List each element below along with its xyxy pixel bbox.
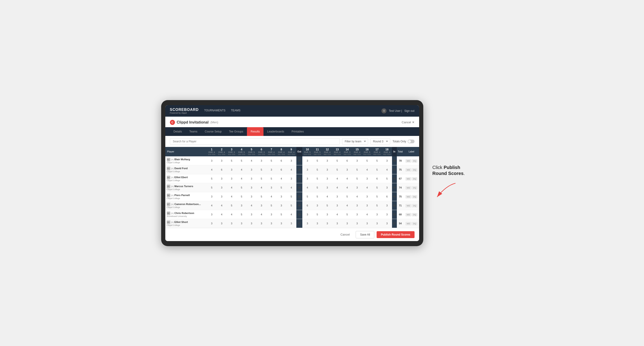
tab-printables[interactable]: Printables (288, 127, 308, 136)
score-hole-7[interactable]: 3 (266, 183, 276, 192)
score-hole-16[interactable]: 5 (362, 156, 372, 165)
score-hole-18[interactable]: 4 (382, 165, 392, 174)
dq-badge[interactable]: DQ (412, 195, 418, 198)
score-hole-8[interactable]: 3 (276, 219, 286, 228)
score-hole-14[interactable]: 3 (342, 219, 352, 228)
score-hole-15[interactable]: 5 (352, 174, 362, 183)
nav-tournaments[interactable]: TOURNAMENTS (204, 109, 225, 113)
score-hole-1[interactable]: 4 (207, 165, 216, 174)
score-hole-7[interactable]: 5 (266, 174, 276, 183)
score-hole-17[interactable]: 6 (372, 174, 382, 183)
score-hole-18[interactable]: 3 (382, 219, 392, 228)
dq-badge[interactable]: DQ (412, 222, 418, 225)
publish-round-scores-button[interactable]: Publish Round Scores (376, 231, 414, 238)
score-hole-11[interactable]: 5 (312, 156, 322, 165)
score-hole-8[interactable]: 6 (276, 156, 286, 165)
score-hole-18[interactable]: 3 (382, 210, 392, 219)
score-hole-10[interactable]: 3 (302, 219, 312, 228)
score-hole-13[interactable]: 5 (332, 165, 342, 174)
score-hole-13[interactable]: 4 (332, 210, 342, 219)
score-hole-2[interactable]: 4 (216, 210, 226, 219)
score-hole-9[interactable]: 3 (286, 174, 296, 183)
score-hole-9[interactable]: 4 (286, 165, 296, 174)
score-hole-8[interactable]: 5 (276, 210, 286, 219)
tab-course-setup[interactable]: Course Setup (201, 127, 225, 136)
score-hole-14[interactable]: 5 (342, 192, 352, 201)
score-hole-17[interactable]: 5 (372, 192, 382, 201)
score-hole-7[interactable]: 5 (266, 201, 276, 210)
score-hole-7[interactable]: 3 (266, 165, 276, 174)
score-hole-4[interactable]: 4 (236, 174, 246, 183)
dq-badge[interactable]: DQ (412, 177, 418, 180)
score-hole-5[interactable]: 4 (246, 201, 256, 210)
wd-badge[interactable]: WD (406, 213, 411, 216)
score-hole-1[interactable]: 3 (207, 156, 216, 165)
score-hole-6[interactable]: 5 (256, 174, 266, 183)
score-hole-5[interactable]: 4 (246, 156, 256, 165)
score-hole-17[interactable]: 3 (372, 210, 382, 219)
dq-badge[interactable]: DQ (412, 213, 418, 216)
score-hole-4[interactable]: 5 (236, 210, 246, 219)
wd-badge[interactable]: WD (406, 159, 411, 163)
score-hole-12[interactable]: 3 (322, 165, 332, 174)
score-hole-18[interactable]: 3 (382, 156, 392, 165)
score-hole-17[interactable]: 5 (372, 165, 382, 174)
dq-badge[interactable]: DQ (412, 204, 418, 207)
score-hole-8[interactable]: 3 (276, 201, 286, 210)
search-input[interactable] (170, 138, 340, 145)
score-hole-4[interactable]: 5 (236, 183, 246, 192)
score-hole-9[interactable]: 4 (286, 210, 296, 219)
score-hole-6[interactable]: 3 (256, 156, 266, 165)
score-hole-5[interactable]: 3 (246, 174, 256, 183)
score-hole-1[interactable]: 5 (207, 183, 216, 192)
score-hole-17[interactable]: 5 (372, 183, 382, 192)
score-hole-10[interactable]: 4 (302, 183, 312, 192)
score-hole-6[interactable]: 3 (256, 219, 266, 228)
score-hole-11[interactable]: 5 (312, 192, 322, 201)
score-hole-15[interactable]: 4 (352, 192, 362, 201)
sign-out-link[interactable]: Sign out (404, 109, 414, 113)
score-hole-4[interactable]: 3 (236, 219, 246, 228)
dq-badge[interactable]: DQ (412, 186, 418, 189)
score-hole-18[interactable]: 3 (382, 201, 392, 210)
score-hole-3[interactable]: 4 (227, 210, 236, 219)
score-hole-18[interactable]: 3 (382, 183, 392, 192)
score-hole-16[interactable]: 3 (362, 201, 372, 210)
score-hole-5[interactable]: 3 (246, 192, 256, 201)
score-hole-6[interactable]: 4 (256, 183, 266, 192)
score-hole-15[interactable]: 3 (352, 219, 362, 228)
score-hole-14[interactable]: 4 (342, 174, 352, 183)
tab-teams[interactable]: Teams (186, 127, 201, 136)
score-hole-11[interactable]: 5 (312, 174, 322, 183)
round-select[interactable]: Round 3 (370, 138, 390, 145)
score-hole-9[interactable]: 5 (286, 192, 296, 201)
score-hole-3[interactable]: 5 (227, 156, 236, 165)
score-hole-13[interactable]: 4 (332, 183, 342, 192)
totals-only-toggle[interactable] (408, 140, 414, 143)
score-hole-6[interactable]: 3 (256, 201, 266, 210)
score-hole-14[interactable]: 4 (342, 201, 352, 210)
score-hole-16[interactable]: 4 (362, 210, 372, 219)
score-hole-3[interactable]: 3 (227, 165, 236, 174)
score-hole-12[interactable]: 3 (322, 183, 332, 192)
score-hole-8[interactable]: 5 (276, 183, 286, 192)
filter-team-select[interactable]: Filter by team (342, 138, 368, 145)
score-hole-17[interactable]: 5 (372, 201, 382, 210)
score-hole-17[interactable]: 5 (372, 156, 382, 165)
score-hole-10[interactable]: 3 (302, 210, 312, 219)
nav-teams[interactable]: TEAMS (231, 109, 240, 113)
score-hole-3[interactable]: 3 (227, 219, 236, 228)
score-hole-2[interactable]: 6 (216, 165, 226, 174)
wd-badge[interactable]: WD (406, 222, 411, 225)
score-hole-10[interactable]: 3 (302, 156, 312, 165)
wd-badge[interactable]: WD (406, 168, 411, 172)
score-hole-15[interactable]: 3 (352, 210, 362, 219)
score-hole-18[interactable]: 5 (382, 174, 392, 183)
score-hole-1[interactable]: 3 (207, 210, 216, 219)
score-hole-9[interactable]: 3 (286, 156, 296, 165)
score-hole-9[interactable]: 3 (286, 219, 296, 228)
score-hole-5[interactable]: 3 (246, 165, 256, 174)
score-hole-2[interactable]: 3 (216, 156, 226, 165)
score-hole-8[interactable]: 3 (276, 192, 286, 201)
score-hole-2[interactable]: 3 (216, 192, 226, 201)
